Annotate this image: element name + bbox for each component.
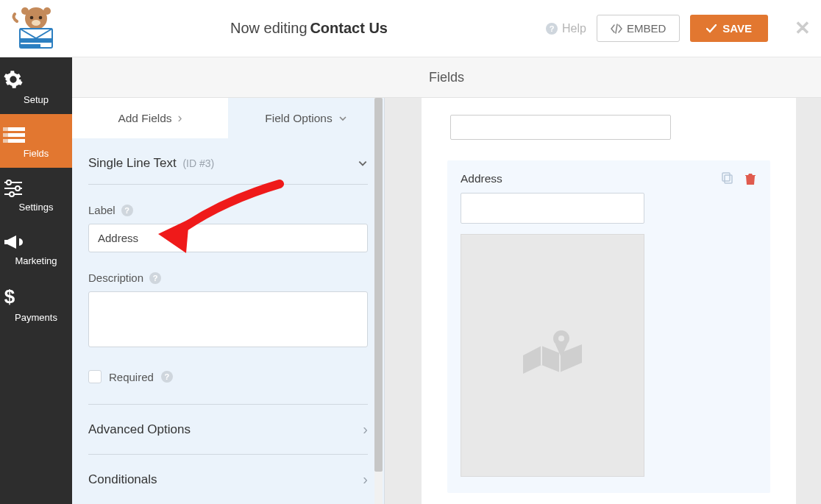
header-actions: ? Help EMBED SAVE — [546, 15, 768, 42]
top-header: Now editing Contact Us ? Help EMBED SAVE… — [0, 0, 821, 57]
svg-point-18 — [15, 186, 20, 191]
description-label: Description — [88, 271, 143, 284]
svg-text:$: $ — [4, 287, 15, 308]
svg-point-2 — [43, 7, 51, 15]
close-button[interactable]: ✕ — [795, 17, 811, 40]
svg-rect-13 — [3, 133, 8, 137]
svg-point-27 — [558, 336, 564, 341]
svg-point-20 — [10, 192, 14, 196]
help-icon: ? — [546, 23, 558, 35]
panel-body: Single Line Text (ID #3) Label ? Descrip… — [72, 138, 384, 504]
chevron-down-icon — [358, 158, 368, 168]
help-tooltip-icon[interactable]: ? — [121, 205, 133, 216]
nav-payments-label: Payments — [15, 312, 57, 323]
panel-tabs: Add Fields Field Options — [72, 98, 384, 138]
tab-field-options[interactable]: Field Options — [228, 98, 384, 138]
field-description-group: Description ? — [88, 271, 368, 349]
svg-rect-7 — [20, 38, 52, 43]
nav-marketing[interactable]: Marketing — [0, 221, 72, 275]
subheader: Fields — [72, 57, 821, 98]
label-label: Label — [88, 204, 115, 216]
nav-settings-label: Settings — [19, 202, 54, 213]
svg-rect-8 — [20, 44, 40, 48]
svg-point-1 — [21, 7, 29, 15]
section-title: Single Line Text — [88, 156, 177, 170]
preview-canvas: Address — [385, 98, 821, 504]
nav-settings[interactable]: Settings — [0, 168, 72, 221]
svg-rect-23 — [722, 173, 730, 181]
nav-setup[interactable]: Setup — [0, 57, 72, 114]
preview-card: Address — [422, 98, 796, 504]
svg-point-3 — [30, 15, 34, 19]
list-icon — [3, 126, 69, 143]
preview-address-block[interactable]: Address — [447, 160, 770, 493]
check-icon — [706, 24, 717, 33]
embed-label: EMBED — [627, 22, 666, 35]
help-tooltip-icon[interactable]: ? — [161, 371, 173, 383]
left-nav: Setup Fields Settings Marketing $ Paymen… — [0, 57, 72, 504]
nav-fields[interactable]: Fields — [0, 114, 72, 168]
help-tooltip-icon[interactable]: ? — [149, 272, 161, 284]
chevron-right-icon — [363, 471, 368, 488]
app-logo — [0, 7, 72, 51]
form-name: Contact Us — [310, 20, 388, 36]
workspace: Add Fields Field Options Single Line Tex… — [72, 98, 821, 504]
now-editing-text: Now editing — [230, 20, 308, 36]
chevron-right-icon — [178, 110, 182, 126]
code-icon — [611, 24, 622, 34]
save-button[interactable]: SAVE — [690, 15, 768, 42]
svg-rect-14 — [3, 139, 8, 143]
required-checkbox[interactable] — [88, 370, 102, 383]
help-label: Help — [562, 22, 586, 35]
section-header[interactable]: Single Line Text (ID #3) — [88, 138, 368, 185]
svg-point-5 — [32, 20, 40, 26]
embed-button[interactable]: EMBED — [597, 15, 680, 42]
description-input[interactable] — [88, 291, 368, 347]
sliders-icon — [3, 180, 69, 197]
nav-payments[interactable]: $ Payments — [0, 275, 72, 332]
accordion-advanced[interactable]: Advanced Options — [88, 405, 368, 455]
prev-field-above — [450, 115, 671, 140]
required-row: Required ? — [88, 370, 368, 405]
tab-add-fields-label: Add Fields — [118, 112, 171, 125]
nav-setup-label: Setup — [24, 94, 49, 105]
nav-fields-label: Fields — [24, 148, 49, 159]
tab-field-options-label: Field Options — [265, 112, 332, 125]
accordion-advanced-label: Advanced Options — [88, 422, 191, 437]
subheader-title: Fields — [429, 70, 464, 85]
svg-point-16 — [7, 180, 11, 185]
editing-title: Now editing Contact Us — [72, 20, 546, 37]
accordion-conditionals[interactable]: Conditionals — [88, 455, 368, 504]
chevron-down-icon — [338, 114, 347, 123]
preview-field-title: Address — [461, 172, 502, 185]
tab-add-fields[interactable]: Add Fields — [72, 98, 228, 138]
section-id: (ID #3) — [182, 157, 214, 169]
svg-point-4 — [39, 15, 43, 19]
svg-rect-22 — [725, 175, 732, 183]
save-label: SAVE — [722, 22, 752, 35]
gear-icon — [3, 69, 69, 90]
accordion-conditionals-label: Conditionals — [88, 472, 157, 487]
chevron-right-icon — [363, 421, 368, 438]
preview-address-input[interactable] — [461, 193, 644, 224]
svg-rect-12 — [3, 127, 8, 131]
bullhorn-icon — [3, 233, 69, 251]
trash-icon[interactable] — [744, 172, 757, 185]
nav-marketing-label: Marketing — [15, 255, 57, 266]
field-label-group: Label ? — [88, 204, 368, 252]
options-panel: Add Fields Field Options Single Line Tex… — [72, 98, 385, 504]
scrollbar-thumb[interactable] — [374, 98, 383, 472]
map-placeholder — [461, 234, 644, 477]
duplicate-icon[interactable] — [722, 172, 735, 185]
panel-scrollbar[interactable] — [374, 98, 383, 504]
help-link[interactable]: ? Help — [546, 22, 586, 35]
required-label: Required — [109, 371, 154, 383]
dollar-icon: $ — [3, 287, 69, 308]
label-input[interactable] — [88, 224, 368, 252]
